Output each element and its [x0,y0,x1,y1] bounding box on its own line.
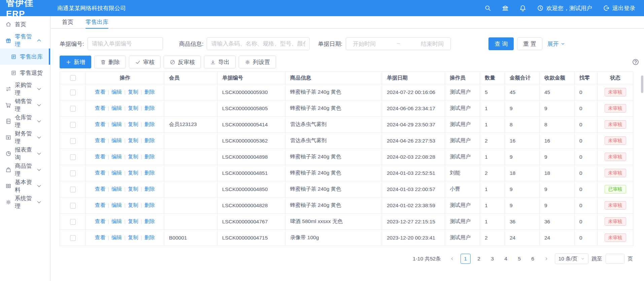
sidebar-item-采购管理[interactable]: 采购管理 [0,81,50,97]
notification-bell-icon[interactable] [519,5,526,11]
delete-link[interactable]: 删除 [144,89,155,95]
delete-link[interactable]: 删除 [144,105,155,111]
sidebar-subitem-零售退货[interactable]: 零售退货 [0,65,50,81]
edit-link[interactable]: 编辑 [111,105,122,111]
edit-link[interactable]: 编辑 [111,218,122,224]
action-separator: | [124,170,126,176]
row-select-cell [60,214,86,230]
bank-icon[interactable] [502,5,509,11]
edit-link[interactable]: 编辑 [111,89,122,95]
row-checkbox[interactable] [70,122,76,128]
copy-link[interactable]: 复制 [128,186,138,192]
bill-date-range-picker[interactable]: 开始时间 ~ 结束时间 [346,37,451,50]
sidebar-item-零售管理[interactable]: 零售管理 [0,32,50,49]
row-checkbox[interactable] [70,235,76,241]
delete-link[interactable]: 删除 [144,218,155,224]
help-icon[interactable] [632,58,639,66]
view-link[interactable]: 查看 [95,170,105,176]
row-checkbox[interactable] [70,203,76,209]
copy-link[interactable]: 复制 [128,105,138,111]
sidebar-item-销售管理[interactable]: 销售管理 [0,97,50,113]
row-checkbox[interactable] [70,170,76,176]
sidebar-item-仓库管理[interactable]: 仓库管理 [0,113,50,129]
copy-link[interactable]: 复制 [128,202,138,208]
row-checkbox[interactable] [70,219,76,225]
next-page-button[interactable] [541,254,551,264]
logout-button[interactable]: 退出登录 [603,4,635,12]
page-button-1[interactable]: 1 [461,254,471,264]
page-button-2[interactable]: 2 [474,254,484,264]
row-checkbox[interactable] [70,106,76,112]
view-link[interactable]: 查看 [95,121,105,127]
sidebar-item-首页[interactable]: 首页 [0,16,50,32]
unaudit-button[interactable]: 反审核 [164,56,201,68]
product-info-input[interactable] [211,40,305,47]
column-settings-button[interactable]: 列设置 [239,56,276,68]
row-checkbox[interactable] [70,90,76,95]
copy-link[interactable]: 复制 [128,154,138,159]
delete-link[interactable]: 删除 [144,202,155,208]
edit-link[interactable]: 编辑 [111,186,122,192]
tab-首页[interactable]: 首页 [62,16,73,29]
copy-link[interactable]: 复制 [128,89,138,95]
view-link[interactable]: 查看 [95,89,105,95]
reset-button[interactable]: 重 置 [517,37,542,50]
welcome-user[interactable]: 欢迎您，测试用户 [537,4,592,12]
row-checkbox[interactable] [70,154,76,160]
view-link[interactable]: 查看 [95,218,105,224]
edit-link[interactable]: 编辑 [111,121,122,127]
view-link[interactable]: 查看 [95,202,105,208]
select-all-header-cell [60,72,86,84]
edit-link[interactable]: 编辑 [111,170,122,176]
prev-page-button[interactable] [447,254,457,264]
copy-link[interactable]: 复制 [128,137,138,143]
delete-link[interactable]: 删除 [144,235,155,240]
delete-link[interactable]: 删除 [144,186,155,192]
copy-link[interactable]: 复制 [128,121,138,127]
row-checkbox[interactable] [70,138,76,144]
view-link[interactable]: 查看 [95,235,105,240]
copy-link[interactable]: 复制 [128,235,138,240]
edit-link[interactable]: 编辑 [111,137,122,143]
cell-status: 未审核 [598,100,633,117]
page-button-5[interactable]: 5 [514,254,524,264]
select-all-checkbox[interactable] [70,75,76,81]
delete-link[interactable]: 删除 [144,154,155,159]
delete-link[interactable]: 删除 [144,121,155,127]
bill-no-input[interactable] [92,40,159,47]
view-link[interactable]: 查看 [95,186,105,192]
page-size-select[interactable]: 10 条/页 [555,253,588,264]
sidebar-item-基本资料[interactable]: 基本资料 [0,178,50,194]
expand-link[interactable]: 展开 [547,40,565,48]
delete-link[interactable]: 删除 [144,170,155,176]
search-button[interactable]: 查 询 [488,37,514,50]
copy-link[interactable]: 复制 [128,218,138,224]
sidebar-item-系统管理[interactable]: 系统管理 [0,194,50,210]
view-link[interactable]: 查看 [95,105,105,111]
page-button-3[interactable]: 3 [487,254,498,264]
delete-link[interactable]: 删除 [144,137,155,143]
sidebar-subitem-零售出库[interactable]: 零售出库 [0,49,50,65]
pagination-total: 1-10 共52条 [413,255,441,262]
sidebar-item-商品管理[interactable]: 商品管理 [0,162,50,178]
delete-button[interactable]: 删除 [94,56,126,68]
row-checkbox[interactable] [70,187,76,192]
edit-link[interactable]: 编辑 [111,235,122,240]
page-button-6[interactable]: 6 [528,254,538,264]
edit-link[interactable]: 编辑 [111,154,122,159]
copy-link[interactable]: 复制 [128,170,138,176]
sidebar-item-财务管理[interactable]: 财务管理 [0,129,50,146]
edit-link[interactable]: 编辑 [111,202,122,208]
tab-零售出库[interactable]: 零售出库 [86,16,108,29]
sidebar-item-报表查询[interactable]: 报表查询 [0,146,50,162]
view-link[interactable]: 查看 [95,154,105,159]
export-button[interactable]: 导出 [204,56,236,68]
page-button-4[interactable]: 4 [501,254,511,264]
row-actions-cell: 查看|编辑|复制|删除 [86,181,164,197]
view-link[interactable]: 查看 [95,137,105,143]
search-icon[interactable] [484,5,491,11]
audit-button[interactable]: 审核 [129,56,161,68]
scrollbar-thumb[interactable] [641,75,643,93]
add-button[interactable]: 新增 [60,56,91,68]
jump-page-input[interactable] [606,254,624,264]
